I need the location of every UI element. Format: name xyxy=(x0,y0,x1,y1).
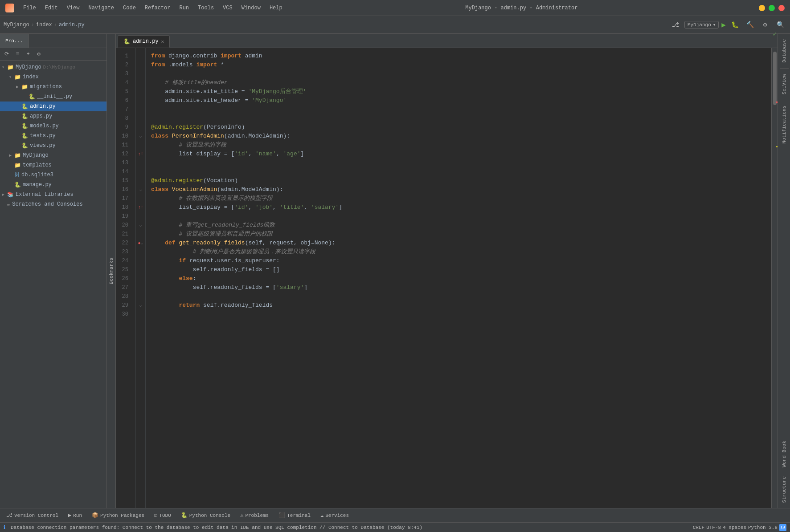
editor-tab-admin[interactable]: 🐍 admin.py ✕ xyxy=(118,35,170,48)
tree-item-views[interactable]: 🐍 views.py xyxy=(0,141,106,150)
word-book-btn[interactable]: Word Book xyxy=(780,437,789,471)
tree-item-label: admin.py xyxy=(30,103,56,110)
fold-icon[interactable]: ⌵ xyxy=(139,223,142,228)
tab-problems[interactable]: ⚠ Problems xyxy=(236,510,273,521)
sidebar-expand-btn[interactable]: + xyxy=(23,49,33,59)
menu-tools[interactable]: Tools xyxy=(196,4,216,12)
main-area: Pro... ⟳ ≡ + ⚙ ▾ 📁 MyDjango D:\MyDjango … xyxy=(0,34,790,508)
line-num: 19 xyxy=(116,212,132,221)
fold-icon[interactable]: ⌵ xyxy=(139,134,142,139)
sidebar-sync-btn[interactable]: ⟳ xyxy=(2,49,12,59)
fold-icon[interactable]: ⌵ xyxy=(139,303,142,308)
build-button[interactable]: 🔨 xyxy=(744,19,756,31)
search-button[interactable]: 🔍 xyxy=(774,19,786,31)
editor-area: 🐍 admin.py ✕ 1 2 3 4 5 6 7 8 9 10 11 12 … xyxy=(116,34,778,508)
menu-navigate[interactable]: Navigate xyxy=(86,4,116,12)
code-line-21: # 设置超级管理员和普通用户的权限 xyxy=(151,230,771,239)
tree-root[interactable]: ▾ 📁 MyDjango D:\MyDjango xyxy=(0,62,106,72)
comment: # 设置超级管理员和普通用户的权限 xyxy=(151,230,273,239)
services-icon: ☁ xyxy=(320,512,323,519)
tab-python-packages[interactable]: 📦 Python Packages xyxy=(87,510,149,521)
tree-item-mydjango[interactable]: ▶ 📁 MyDjango xyxy=(0,150,106,160)
string: 'MyDjango后台管理' xyxy=(248,87,306,96)
status-encoding[interactable]: CRLF xyxy=(693,525,704,530)
fold-icon[interactable]: ⌵ xyxy=(140,240,143,246)
editor-wrapper: 1 2 3 4 5 6 7 8 9 10 11 12 13 14 15 16 1… xyxy=(116,48,778,508)
minimize-button[interactable] xyxy=(759,5,765,11)
line-num: 21 xyxy=(116,230,132,239)
menu-edit[interactable]: Edit xyxy=(43,4,60,12)
tree-item-scratches[interactable]: ✏ Scratches and Consoles xyxy=(0,199,106,209)
file-tree: ▾ 📁 MyDjango D:\MyDjango ▾ 📁 index ▶ 📁 m… xyxy=(0,61,106,508)
menu-help[interactable]: Help xyxy=(268,4,284,12)
tree-item-models[interactable]: 🐍 models.py xyxy=(0,121,106,131)
status-indent[interactable]: 4 spaces xyxy=(723,525,746,530)
menu-window[interactable]: Window xyxy=(240,4,262,12)
tree-item-label: MyDjango xyxy=(23,152,49,158)
arrow-up-icon: ↑ xyxy=(138,151,141,157)
maximize-button[interactable] xyxy=(769,5,775,11)
fold-icon[interactable]: ⌵ xyxy=(139,187,142,192)
tab-close-icon[interactable]: ✕ xyxy=(161,39,164,45)
sidebar-toolbar: ⟳ ≡ + ⚙ xyxy=(0,48,106,61)
tree-item-db[interactable]: 🗄 db.sqlite3 xyxy=(0,170,106,180)
breadcrumb-project[interactable]: MyDjango xyxy=(4,22,29,28)
structure-btn[interactable]: Structure xyxy=(780,473,789,506)
tab-version-control[interactable]: ⎇ Version Control xyxy=(2,510,63,521)
editor-scrollbar[interactable] xyxy=(771,48,778,508)
code-editor[interactable]: from django.contrib import admin from .m… xyxy=(146,48,771,508)
sidebar-settings-btn[interactable]: ⚙ xyxy=(34,49,44,59)
gutter-item: ⌵ xyxy=(136,185,145,194)
line-num: 17 xyxy=(116,194,132,203)
code-line-19 xyxy=(151,212,771,221)
menu-run[interactable]: Run xyxy=(177,4,191,12)
sidebar-collapse-btn[interactable]: ≡ xyxy=(12,49,22,59)
settings-button[interactable]: ⚙ xyxy=(759,19,771,31)
tree-item-manage[interactable]: 🐍 manage.py xyxy=(0,180,106,190)
tree-item-tests[interactable]: 🐍 tests.py xyxy=(0,131,106,141)
string: 'title' xyxy=(280,203,304,212)
project-sidebar: Pro... ⟳ ≡ + ⚙ ▾ 📁 MyDjango D:\MyDjango … xyxy=(0,34,107,508)
status-lang[interactable]: Python 3.8 xyxy=(748,525,778,530)
tree-item-ext-libs[interactable]: ▶ 📚 External Libraries xyxy=(0,190,106,199)
tab-todo[interactable]: ☑ TODO xyxy=(150,510,176,521)
notifications-panel-btn[interactable]: Notifications xyxy=(780,102,789,147)
breadcrumb-file[interactable]: admin.py xyxy=(59,22,85,28)
decorator: @admin.register xyxy=(151,123,203,132)
menu-refactor[interactable]: Refactor xyxy=(143,4,172,12)
status-charset[interactable]: UTF-8 xyxy=(706,525,721,530)
code-line-11: # 设置显示的字段 xyxy=(151,141,771,150)
tree-item-admin[interactable]: 🐍 admin.py xyxy=(0,102,106,111)
menu-view[interactable]: View xyxy=(65,4,82,12)
sidebar-tab-project[interactable]: Pro... xyxy=(0,34,29,48)
debug-button[interactable]: 🐛 xyxy=(729,19,741,31)
tree-item-templates[interactable]: 📁 templates xyxy=(0,160,106,170)
sciview-panel-btn[interactable]: SciView xyxy=(780,70,789,98)
database-panel-btn[interactable]: Database xyxy=(780,36,789,66)
line-num: 10 xyxy=(116,132,132,141)
gutter: ⌵ ↑! ⌵ ↑! ⌵ ●⌵ ⌵ xyxy=(136,48,146,508)
tab-python-console[interactable]: 🐍 Python Console xyxy=(176,510,235,521)
tree-item-migrations[interactable]: ▶ 📁 migrations xyxy=(0,82,106,92)
run-button[interactable]: ▶ xyxy=(721,20,726,29)
menu-vcs[interactable]: VCS xyxy=(221,4,234,12)
menu-file[interactable]: File xyxy=(21,4,38,12)
close-button[interactable] xyxy=(778,5,785,11)
project-selector[interactable]: MyDjango ▾ xyxy=(684,21,719,28)
code-line-25: self.readonly_fields = [] xyxy=(151,265,771,274)
sidebar-tabs: Pro... xyxy=(0,34,106,48)
tab-run[interactable]: ▶ Run xyxy=(64,510,86,521)
string: 'salary' xyxy=(311,203,339,212)
tab-services[interactable]: ☁ Services xyxy=(316,510,353,521)
tree-item-init[interactable]: 🐍 __init__.py xyxy=(0,92,106,102)
breadcrumb-index[interactable]: index xyxy=(36,22,52,28)
code-line-1: from django.contrib import admin xyxy=(151,52,771,61)
line-num: 28 xyxy=(116,292,132,301)
tab-terminal[interactable]: ⬛ Terminal xyxy=(274,510,315,521)
menu-code[interactable]: Code xyxy=(121,4,138,12)
panel-divider xyxy=(780,68,789,69)
tree-item-apps[interactable]: 🐍 apps.py xyxy=(0,111,106,121)
tree-item-index[interactable]: ▾ 📁 index xyxy=(0,72,106,82)
vcs-button[interactable]: ⎇ xyxy=(669,19,682,31)
scrollbar-thumb[interactable] xyxy=(773,52,777,105)
